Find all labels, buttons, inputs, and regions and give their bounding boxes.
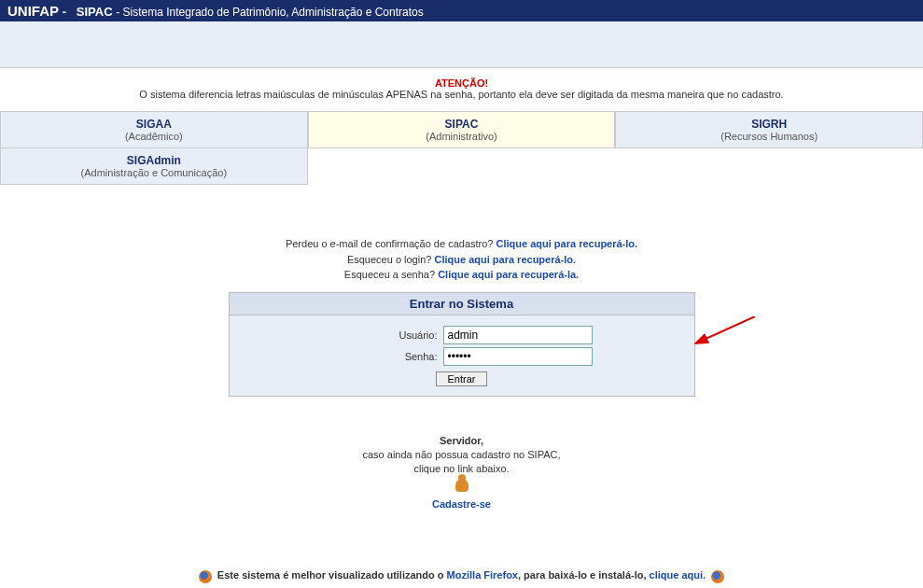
attention-title: ATENÇÃO! (28, 77, 895, 89)
brand: UNIFAP (7, 3, 59, 19)
login-title: Entrar no Sistema (230, 293, 694, 315)
svg-line-0 (704, 316, 755, 340)
recover-email-link[interactable]: Clique aqui para recuperá-lo. (496, 238, 638, 249)
attention-block: ATENÇÃO! O sistema diferencia letras mai… (0, 68, 923, 111)
tab-sigadmin[interactable]: SIGAdmin (Administração e Comunicação) (0, 148, 308, 185)
signup-heading: Servidor, (0, 434, 923, 448)
password-input[interactable] (443, 347, 593, 366)
banner-area (0, 21, 923, 68)
tab-sigaa[interactable]: SIGAA (Acadêmico) (0, 111, 308, 148)
tab-subtitle: (Administração e Comunicação) (5, 167, 303, 178)
signup-link[interactable]: Cadastre-se (432, 498, 491, 510)
submit-button[interactable] (436, 371, 488, 386)
recover-password-link[interactable]: Clique aqui para recuperá-la. (438, 269, 579, 280)
footer-block: Este sistema é melhor visualizado utiliz… (0, 567, 923, 588)
tab-title: SIGAA (5, 118, 303, 131)
signup-block: Servidor, caso ainda não possua cadastro… (0, 434, 923, 512)
login-box: Entrar no Sistema Usuário: Senha: (229, 292, 695, 397)
recover-block: Perdeu o e-mail de confirmação de cadast… (0, 236, 923, 283)
system-desc: - Sistema Integrado de Patrimônio, Admin… (116, 6, 424, 19)
header-bar: UNIFAP - SIPAC - Sistema Integrado de Pa… (0, 0, 923, 21)
footer-ff-pre: Este sistema é melhor visualizado utiliz… (217, 569, 447, 581)
separator: - (63, 5, 66, 19)
tab-title: SIGRH (620, 118, 918, 131)
tab-title: SIGAdmin (5, 154, 303, 167)
attention-text: O sistema diferencia letras maiúsculas d… (28, 89, 895, 100)
password-label: Senha: (331, 351, 443, 362)
recover-login-text: Esqueceu o login? (347, 254, 435, 265)
login-form: Usuário: Senha: (230, 315, 694, 396)
system-name: SIPAC (77, 5, 113, 19)
tabs-row-1: SIGAA (Acadêmico) SIPAC (Administrativo)… (0, 111, 923, 148)
recover-password-text: Esqueceu a senha? (344, 269, 438, 280)
tab-subtitle: (Recursos Humanos) (620, 131, 918, 142)
user-input[interactable] (443, 326, 593, 344)
tabs-row-2: SIGAdmin (Administração e Comunicação) (0, 148, 923, 185)
recover-email-text: Perdeu o e-mail de confirmação de cadast… (286, 238, 496, 249)
firefox-icon (711, 570, 724, 583)
recover-login-link[interactable]: Clique aqui para recuperá-lo. (434, 254, 576, 265)
tab-sipac[interactable]: SIPAC (Administrativo) (308, 111, 616, 148)
user-label: Usuário: (331, 329, 443, 341)
footer-ff-name[interactable]: Mozilla Firefox (447, 569, 518, 581)
signup-line1: caso ainda não possua cadastro no SIPAC, (0, 448, 923, 462)
tab-subtitle: (Administrativo) (313, 131, 611, 142)
person-icon (455, 479, 468, 492)
tab-sigrh[interactable]: SIGRH (Recursos Humanos) (615, 111, 923, 148)
tab-subtitle: (Acadêmico) (5, 131, 303, 142)
arrow-icon (694, 316, 760, 344)
footer-ff-link[interactable]: clique aqui. (650, 569, 706, 581)
firefox-icon (199, 570, 212, 583)
footer-ff-mid: , para baixá-lo e instalá-lo, (518, 569, 650, 581)
tab-title: SIPAC (313, 118, 611, 131)
